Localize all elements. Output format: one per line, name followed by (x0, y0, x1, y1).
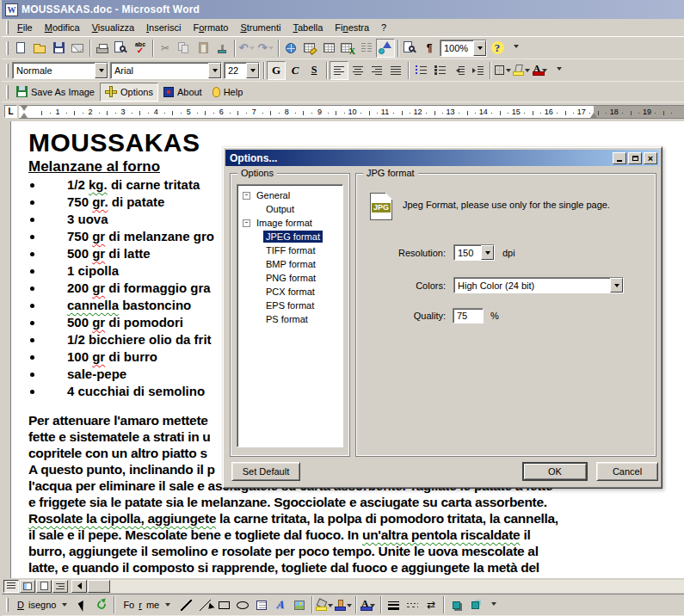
chevron-down-button[interactable] (95, 63, 108, 78)
help-button[interactable]: Help (207, 83, 249, 102)
align-left-button[interactable] (330, 61, 348, 80)
menu-tabella[interactable]: Tabella (287, 20, 329, 35)
print-layout-view-button[interactable] (36, 580, 52, 593)
font-select[interactable]: Arial (110, 62, 222, 79)
dialog-titlebar[interactable]: Options... × (225, 150, 659, 166)
chevron-down-button[interactable] (246, 63, 259, 78)
free-rotate-button[interactable] (92, 595, 111, 614)
clipart-button[interactable] (290, 595, 309, 614)
toolbar-grip[interactable] (6, 21, 9, 34)
tree-item-eps-format[interactable]: EPS format (237, 299, 342, 312)
tree-item-output[interactable]: Output (237, 202, 342, 216)
first-line-indent-marker[interactable] (21, 106, 28, 111)
menu-inserisci[interactable]: Inserisci (140, 20, 187, 35)
tab-selector[interactable]: L (4, 105, 17, 118)
arrow-style-button[interactable]: ⇄ (422, 595, 441, 614)
insert-hyperlink-button[interactable] (281, 39, 300, 58)
help-button[interactable]: ? (488, 39, 507, 58)
bold-G-button[interactable]: G (267, 61, 286, 80)
zoom-select[interactable]: 100% (440, 40, 487, 57)
toolbar-options-button[interactable] (550, 61, 569, 80)
dialog-maximize-button[interactable] (628, 152, 642, 164)
menu-file[interactable]: File (11, 20, 39, 35)
menu-finestra[interactable]: Finestra (329, 20, 375, 35)
about-button[interactable]: About (158, 83, 207, 102)
cancel-button[interactable]: Cancel (596, 462, 658, 481)
menu-modifica[interactable]: Modifica (39, 20, 86, 35)
save-as-image-button[interactable]: Save As Image (11, 83, 100, 102)
line-color-button[interactable] (334, 595, 353, 614)
resolution-dropdown-button[interactable] (481, 245, 494, 260)
show-paragraph-button[interactable]: ¶ (420, 39, 439, 58)
collapse-icon[interactable]: - (243, 192, 250, 200)
email-button[interactable] (68, 39, 87, 58)
insert-excel-button[interactable]: X (338, 39, 357, 58)
tree-item-ps-format[interactable]: PS format (237, 312, 342, 326)
tree-item-general[interactable]: -General (237, 188, 342, 202)
colors-select[interactable]: High Color (24 bit) (453, 277, 624, 293)
document-map-button[interactable] (401, 39, 420, 58)
decrease-indent-button[interactable] (449, 61, 468, 80)
style-select[interactable]: Normale (12, 62, 108, 79)
tree-item-bmp-format[interactable]: BMP format (237, 257, 342, 271)
arrow-button[interactable] (195, 595, 214, 614)
menu-help[interactable]: ? (375, 20, 392, 35)
shadow-button[interactable] (447, 595, 465, 614)
fill-color-button[interactable] (315, 595, 334, 614)
redo-button[interactable]: ↷ (256, 39, 275, 58)
window-titlebar[interactable]: W MOUSSAKAS.doc - Microsoft Word (2, 0, 684, 19)
right-indent-marker[interactable] (590, 113, 597, 118)
toolbar-grip[interactable] (6, 64, 9, 77)
copy-button[interactable] (175, 39, 194, 58)
scroll-left-button[interactable] (71, 580, 87, 593)
undo-button[interactable]: ↶ (237, 39, 256, 58)
tree-item-tiff-format[interactable]: TIFF format (237, 243, 342, 257)
menu-formato[interactable]: Formato (187, 20, 234, 35)
tree-item-jpeg-format[interactable]: JPEG format (237, 230, 342, 243)
toolbar-grip[interactable] (6, 598, 9, 612)
line-style-button[interactable] (384, 595, 403, 614)
tree-item-pcx-format[interactable]: PCX format (237, 285, 342, 299)
increase-indent-button[interactable] (468, 61, 487, 80)
toolbar-grip[interactable] (6, 41, 9, 55)
oval-button[interactable] (233, 595, 252, 614)
threed-button[interactable] (465, 595, 484, 614)
scrollbar-thumb[interactable] (88, 580, 110, 593)
chevron-down-button[interactable] (208, 63, 221, 78)
tables-borders-button[interactable] (300, 39, 319, 58)
dialog-close-button[interactable]: × (644, 152, 657, 164)
columns-button[interactable] (357, 39, 376, 58)
save-button[interactable] (49, 39, 68, 58)
print-preview-button[interactable] (112, 39, 131, 58)
resolution-select[interactable]: 150 (453, 244, 495, 261)
scrollbar-track[interactable] (110, 580, 684, 593)
collapse-icon[interactable]: - (243, 219, 250, 227)
menu-disegno[interactable]: Disegno (11, 597, 73, 613)
paste-button[interactable] (194, 39, 213, 58)
web-layout-view-button[interactable] (20, 580, 35, 593)
insert-table-button[interactable] (319, 39, 338, 58)
toolbar-options-button[interactable] (484, 595, 503, 614)
left-indent-marker[interactable] (21, 113, 28, 118)
text-box-button[interactable] (252, 595, 271, 614)
format-painter-button[interactable] (213, 39, 231, 58)
menu-visualizza[interactable]: Visualizza (86, 20, 140, 35)
toolbar-options-button[interactable] (507, 39, 526, 58)
pointer-button[interactable] (73, 595, 92, 614)
tree-item-png-format[interactable]: PNG format (237, 271, 342, 285)
highlight-button[interactable] (512, 61, 531, 80)
dialog-minimize-button[interactable] (613, 152, 626, 164)
underline-S-button[interactable]: S (305, 61, 324, 80)
italic-C-button[interactable]: C (286, 61, 305, 80)
font-color-button[interactable]: A (531, 61, 550, 80)
wordart-button[interactable]: A (271, 595, 290, 614)
outside-border-button[interactable] (493, 61, 512, 80)
ok-button[interactable]: OK (522, 462, 588, 481)
chevron-down-button[interactable] (473, 40, 486, 56)
colors-dropdown-button[interactable] (610, 278, 623, 293)
tree-item-image-format[interactable]: -Image format (237, 216, 342, 230)
align-right-button[interactable] (367, 61, 386, 80)
print-button[interactable] (93, 39, 112, 58)
drawing-button[interactable] (376, 39, 395, 58)
bullet-list-button[interactable] (430, 61, 449, 80)
